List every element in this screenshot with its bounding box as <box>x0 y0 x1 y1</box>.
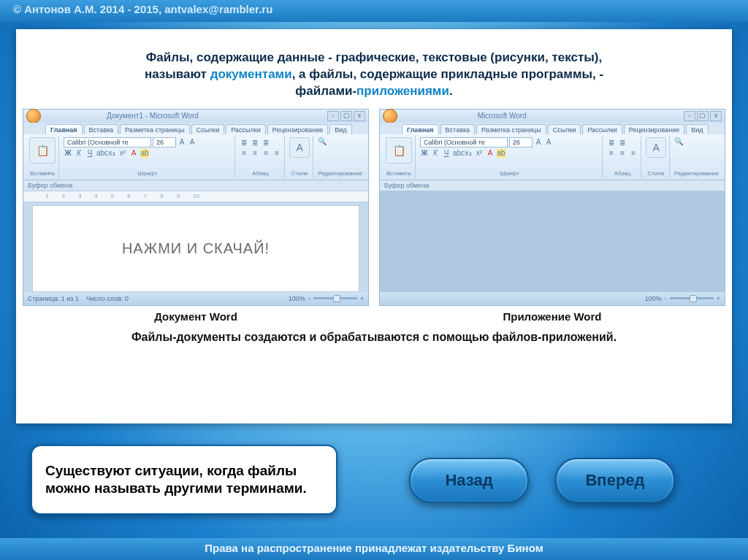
document-page[interactable]: НАЖМИ И СКАЧАЙ! <box>32 205 359 292</box>
word-application-window: Microsoft Word - ▢ x Главная Вставка Раз… <box>379 109 725 323</box>
align-right-icon[interactable]: ≡ <box>629 149 638 158</box>
ruler-tick: 1 <box>45 193 48 199</box>
tab-home[interactable]: Главная <box>402 124 439 134</box>
numbering-icon[interactable]: ≣ <box>618 139 627 147</box>
minimize-icon[interactable]: - <box>327 111 339 121</box>
tab-mailings[interactable]: Рассылки <box>582 124 622 134</box>
align-right-icon[interactable]: ≡ <box>262 149 270 158</box>
font-color-icon[interactable]: A <box>129 149 138 158</box>
caption-document: Документ Word <box>23 310 369 323</box>
office-button-icon[interactable] <box>383 109 397 123</box>
copyright-header: © Антонов А.М. 2014 - 2015, antvalex@ram… <box>0 0 748 22</box>
title-bar: Документ1 - Microsoft Word - ▢ x <box>23 110 368 123</box>
align-center-icon[interactable]: ≡ <box>618 149 627 158</box>
group-styles: A Стили <box>643 136 670 178</box>
sup-icon[interactable]: x² <box>475 149 484 158</box>
font-size-select[interactable]: 26 <box>153 137 176 147</box>
grow-font-icon[interactable]: A <box>534 138 543 147</box>
paste-button[interactable]: 📋 <box>29 137 56 164</box>
status-bar: Страница: 1 из 1 Число слов: 0 100% -+ <box>23 292 368 305</box>
underline-icon[interactable]: Ч <box>442 149 451 158</box>
tab-insert[interactable]: Вставка <box>84 124 118 134</box>
tab-view[interactable]: Вид <box>329 124 351 134</box>
bold-icon[interactable]: Ж <box>420 149 429 158</box>
ruler-tick: 10 <box>193 193 199 199</box>
font-name-select[interactable]: Calibri (Основной те <box>64 137 151 147</box>
bullets-icon[interactable]: ≣ <box>240 139 248 147</box>
numbering-icon[interactable]: ≣ <box>251 139 259 147</box>
intro-line: называют <box>145 67 210 81</box>
status-page: Страница: 1 из 1 <box>28 295 79 302</box>
zoom-value: 100% <box>289 295 305 302</box>
paste-button[interactable]: 📋 <box>386 137 412 164</box>
maximize-icon[interactable]: ▢ <box>340 111 352 121</box>
window-title: Microsoft Word <box>478 112 527 120</box>
align-left-icon[interactable]: ≡ <box>607 149 616 158</box>
tab-insert[interactable]: Вставка <box>440 124 475 134</box>
align-center-icon[interactable]: ≡ <box>251 149 259 158</box>
paste-label: Вставить <box>386 170 412 177</box>
title-bar: Microsoft Word - ▢ x <box>380 110 725 123</box>
align-left-icon[interactable]: ≡ <box>240 149 248 158</box>
close-icon[interactable]: x <box>710 111 722 121</box>
strike-icon[interactable]: abc <box>96 149 105 158</box>
highlight-icon[interactable]: ab <box>140 149 149 158</box>
tab-review[interactable]: Рецензирование <box>267 124 329 134</box>
italic-icon[interactable]: К <box>75 149 83 158</box>
group-font: Calibri (Основной те 26 A A Ж К Ч abc x₂… <box>417 136 603 178</box>
grow-font-icon[interactable]: A <box>178 138 186 147</box>
ruler-tick: 9 <box>177 193 180 199</box>
group-para-label: Абзац <box>607 170 638 177</box>
font-name-select[interactable]: Calibri (Основной те <box>420 137 508 147</box>
bold-icon[interactable]: Ж <box>64 149 72 158</box>
tab-layout[interactable]: Разметка страницы <box>476 124 546 134</box>
slide-panel: Файлы, содержащие данные - графические, … <box>16 29 732 423</box>
rights-footer: Права на распространение принадлежат изд… <box>0 538 748 560</box>
tab-review[interactable]: Рецензирование <box>624 124 685 134</box>
note-box: Существуют ситуации, когда файлы можно н… <box>31 445 337 515</box>
minimize-icon[interactable]: - <box>684 111 695 121</box>
styles-button[interactable]: A <box>646 137 666 158</box>
ruler-tick: 2 <box>61 193 64 199</box>
font-color-icon[interactable]: A <box>486 149 495 158</box>
forward-button[interactable]: Вперед <box>555 458 675 503</box>
back-button[interactable]: Назад <box>409 458 529 503</box>
underline-icon[interactable]: Ч <box>85 149 94 158</box>
close-icon[interactable]: x <box>354 111 365 121</box>
italic-icon[interactable]: К <box>431 149 440 158</box>
tab-mailings[interactable]: Рассылки <box>226 124 265 134</box>
maximize-icon[interactable]: ▢ <box>697 111 709 121</box>
sub-icon[interactable]: x₂ <box>464 149 473 158</box>
ruler: 1 2 3 4 5 6 7 8 9 10 <box>23 191 368 202</box>
ruler-tick: 7 <box>144 193 147 199</box>
zoom-control[interactable]: 100% -+ <box>645 295 720 302</box>
group-editing: 🔍 Редактирование <box>315 136 365 178</box>
intro-line: файлами- <box>295 84 356 98</box>
find-icon[interactable]: 🔍 <box>318 137 327 146</box>
sub-icon[interactable]: x₂ <box>107 149 116 158</box>
office-button-icon[interactable] <box>26 109 41 123</box>
shrink-font-icon[interactable]: A <box>188 138 196 147</box>
zoom-value: 100% <box>645 295 662 302</box>
shrink-font-icon[interactable]: A <box>544 138 553 147</box>
empty-workspace <box>380 191 725 292</box>
tab-view[interactable]: Вид <box>686 124 708 134</box>
sup-icon[interactable]: x² <box>118 149 127 158</box>
tab-references[interactable]: Ссылки <box>191 124 225 134</box>
paste-label: Вставить <box>29 170 56 177</box>
find-icon[interactable]: 🔍 <box>674 137 683 146</box>
tab-home[interactable]: Главная <box>45 124 83 134</box>
bullets-icon[interactable]: ≣ <box>607 139 616 147</box>
keyword-applications: приложениями <box>356 84 449 98</box>
keyword-documents: документами <box>210 67 292 81</box>
styles-button[interactable]: A <box>289 137 310 158</box>
zoom-control[interactable]: 100% -+ <box>289 295 364 302</box>
group-editing: 🔍 Редактирование <box>671 136 722 178</box>
font-size-select[interactable]: 26 <box>509 137 533 147</box>
strike-icon[interactable]: abc <box>453 149 462 158</box>
highlight-icon[interactable]: ab <box>497 149 505 158</box>
justify-icon[interactable]: ≡ <box>272 149 281 158</box>
tab-layout[interactable]: Разметка страницы <box>120 124 190 134</box>
tab-references[interactable]: Ссылки <box>548 124 581 134</box>
multilevel-icon[interactable]: ≣ <box>262 139 270 147</box>
